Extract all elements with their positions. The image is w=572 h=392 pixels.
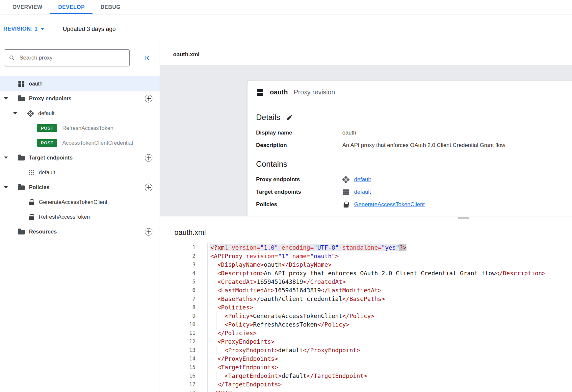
- lock-icon: [28, 213, 35, 221]
- code-line-2[interactable]: 2<APIProxy revision="1" name="oauth">: [160, 252, 572, 260]
- tree-item-proxy-endpoint-default[interactable]: default: [0, 106, 160, 121]
- code-line-content: <APIProxy revision="1" name="oauth">: [208, 252, 339, 260]
- code-token: </Policy>: [342, 312, 375, 319]
- add-policies-button[interactable]: [145, 184, 152, 191]
- collapse-panel-button[interactable]: [143, 54, 151, 62]
- proxy-icon: [256, 88, 264, 96]
- tree-item-accesstokenclientcredential[interactable]: POSTAccessTokenClientCredential: [0, 135, 160, 150]
- proxy-endpoint-icon: [342, 176, 350, 183]
- line-number: 4: [160, 269, 208, 278]
- code-line-8[interactable]: 8 <Policies>: [160, 303, 572, 312]
- target-endpoint-icon: [342, 188, 350, 196]
- line-number: 18: [160, 389, 208, 392]
- revision-dropdown[interactable]: REVISION: 1: [3, 26, 44, 32]
- tree-item-policies[interactable]: Policies: [0, 180, 160, 195]
- expand-arrow-icon[interactable]: [4, 186, 8, 188]
- method-badge: POST: [37, 124, 57, 132]
- tree-item-resources[interactable]: Resources: [0, 224, 160, 239]
- search-proxy-box[interactable]: [4, 49, 130, 66]
- tree-item-refreshaccesstoken[interactable]: POSTRefreshAccessToken: [0, 121, 160, 135]
- code-line-content: <Policy>GenerateAccessTokenClient</Polic…: [208, 312, 375, 320]
- code-token: "UTF-8": [314, 244, 339, 251]
- code-token: <TargetEndpoints>: [218, 364, 278, 371]
- detail-value: oauth: [342, 130, 356, 136]
- code-line-11[interactable]: 11 </Policies>: [160, 329, 572, 337]
- tab-develop[interactable]: DEVELOP: [50, 0, 93, 14]
- code-line-12[interactable]: 12 <ProxyEndpoints>: [160, 337, 572, 346]
- app-root: OVERVIEWDEVELOPDEBUG REVISION: 1 Updated…: [0, 0, 572, 392]
- contains-row-policies: PoliciesGenerateAccessTokenClient: [256, 198, 566, 211]
- code-token: </CreatedAt>: [303, 278, 346, 285]
- code-line-7[interactable]: 7 <BasePaths>/oauth/client_credential</B…: [160, 295, 572, 303]
- code-token: </Policy>: [317, 321, 350, 328]
- code-line-10[interactable]: 10 <Policy>RefreshAccessToken</Policy>: [160, 320, 572, 329]
- code-token: <?xml: [210, 244, 232, 251]
- code-line-3[interactable]: 3 <DisplayName>oauth</DisplayName>: [160, 260, 572, 269]
- code-token: "yes": [381, 244, 399, 251]
- tree-item-proxy-endpoints[interactable]: Proxy endpoints: [0, 91, 160, 106]
- code-line-4[interactable]: 4 <Description>An API proxy that enforce…: [160, 269, 572, 278]
- tree-item-refreshaccesstoken[interactable]: RefreshAccessToken: [0, 209, 160, 224]
- target-endpoint-icon: [28, 169, 35, 176]
- tree-item-target-endpoints[interactable]: Target endpoints: [0, 150, 160, 165]
- code-line-14[interactable]: 14 </ProxyEndpoints>: [160, 355, 572, 363]
- details-heading-row: Details: [256, 113, 566, 122]
- edit-details-button[interactable]: [286, 114, 293, 121]
- code-line-content: <TargetEndpoints>: [208, 363, 278, 372]
- tree-item-target-endpoint-default[interactable]: default: [0, 165, 160, 180]
- tree-item-label: default: [39, 169, 55, 176]
- code-editor[interactable]: 1<?xml version="1.0" encoding="UTF-8" st…: [160, 241, 572, 392]
- default-link[interactable]: default: [354, 176, 371, 183]
- code-token: [210, 330, 218, 336]
- code-token: encoding=: [282, 244, 314, 251]
- default-link[interactable]: default: [354, 189, 371, 195]
- tab-overview[interactable]: OVERVIEW: [5, 0, 50, 14]
- line-number: 13: [160, 346, 208, 355]
- add-proxy-endpoints-button[interactable]: [145, 95, 152, 102]
- code-line-1[interactable]: 1<?xml version="1.0" encoding="UTF-8" st…: [160, 243, 572, 252]
- code-token: /oauth/client_credential: [257, 295, 342, 302]
- code-token: oauth: [264, 261, 282, 268]
- expand-arrow-icon[interactable]: [4, 97, 8, 100]
- tab-debug[interactable]: DEBUG: [92, 0, 128, 14]
- code-line-content: <ProxyEndpoint>default</ProxyEndpoint>: [208, 346, 360, 355]
- code-token: <LastModifiedAt>: [218, 287, 274, 294]
- code-token: <TargetEndpoint>: [224, 372, 281, 379]
- expand-arrow-icon[interactable]: [4, 157, 8, 159]
- code-line-5[interactable]: 5 <CreatedAt>1659451643819</CreatedAt>: [160, 278, 572, 286]
- code-line-17[interactable]: 17 </TargetEndpoints>: [160, 380, 572, 389]
- line-number: 9: [160, 312, 208, 320]
- tree-item-generateaccesstokenclient[interactable]: GenerateAccessTokenClient: [0, 195, 160, 209]
- pane-resize-handle[interactable]: [458, 217, 469, 219]
- line-number: 3: [160, 260, 208, 269]
- code-line-15[interactable]: 15 <TargetEndpoints>: [160, 363, 572, 372]
- code-line-13[interactable]: 13 <ProxyEndpoint>default</ProxyEndpoint…: [160, 346, 572, 355]
- code-line-16[interactable]: 16 <TargetEndpoint>default</TargetEndpoi…: [160, 372, 572, 380]
- code-token: [210, 321, 224, 328]
- code-line-6[interactable]: 6 <LastModifiedAt>1659451643819</LastMod…: [160, 286, 572, 295]
- add-resources-button[interactable]: [145, 228, 152, 235]
- search-input[interactable]: [19, 54, 125, 61]
- code-token: </Policies>: [218, 330, 257, 336]
- tree-item-oauth[interactable]: oauth: [0, 76, 160, 91]
- details-overlay: oauth Proxy revision Details Di: [160, 65, 572, 216]
- code-token: version=: [232, 244, 260, 251]
- code-token: [210, 278, 218, 285]
- code-token: </TargetEndpoints>: [218, 381, 282, 388]
- code-token: </ProxyEndpoint>: [303, 347, 360, 354]
- code-token: <ProxyEndpoint>: [224, 347, 278, 354]
- detail-label: Display name: [256, 130, 342, 136]
- generateaccesstokenclient-link[interactable]: GenerateAccessTokenClient: [354, 201, 425, 208]
- main-pane: oauth.xml oauth Proxy revision Details: [160, 43, 572, 392]
- code-token: [210, 295, 218, 302]
- contains-label: Proxy endpoints: [256, 176, 342, 183]
- add-target-endpoints-button[interactable]: [145, 154, 152, 161]
- contains-row-target-endpoints: Target endpointsdefault: [256, 186, 566, 198]
- code-line-content: <Policies>: [208, 303, 253, 312]
- code-token: </DisplayName>: [282, 261, 332, 268]
- line-number: 6: [160, 286, 208, 295]
- code-line-9[interactable]: 9 <Policy>GenerateAccessTokenClient</Pol…: [160, 312, 572, 320]
- line-number: 14: [160, 355, 208, 363]
- expand-arrow-icon[interactable]: [13, 112, 17, 114]
- code-line-18[interactable]: 18</APIProxy>: [160, 389, 572, 392]
